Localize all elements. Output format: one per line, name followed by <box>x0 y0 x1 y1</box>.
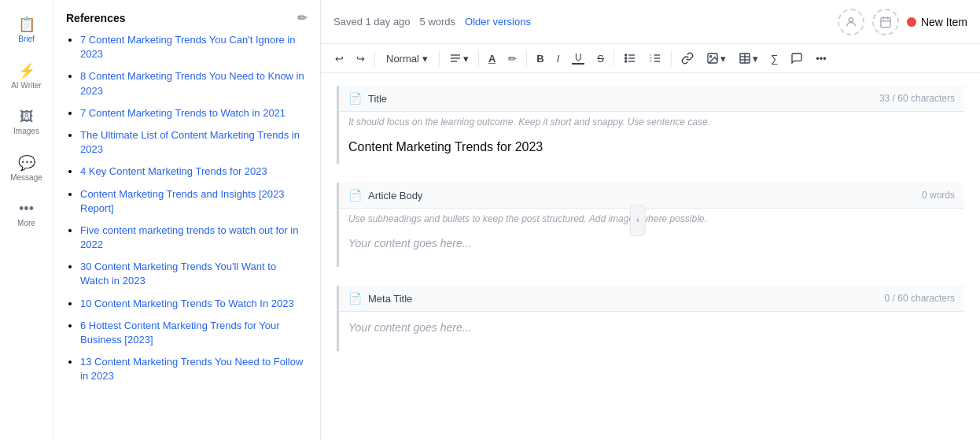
toolbar-divider-1 <box>374 50 375 66</box>
title-section: 📄 Title 33 / 60 characters It should foc… <box>337 86 964 164</box>
meta-title-section-name: Meta Title <box>368 293 412 305</box>
sidebar-item-images[interactable]: 🖼 Images <box>4 102 50 142</box>
list-item: 4 Key Content Marketing Trends for 2023 <box>80 165 308 179</box>
reference-link[interactable]: Content Marketing Trends and Insights [2… <box>80 188 284 214</box>
toolbar-divider-2 <box>439 50 440 66</box>
sidebar-item-images-label: Images <box>13 127 39 135</box>
article-body-section-header: 📄 Article Body 0 words <box>339 183 964 209</box>
top-bar-left: Saved 1 day ago 5 words Older versions <box>333 16 531 28</box>
references-list: 7 Content Marketing Trends You Can't Ign… <box>53 33 320 440</box>
list-item: 30 Content Marketing Trends You'll Want … <box>80 260 308 288</box>
list-item: Content Marketing Trends and Insights [2… <box>80 187 308 216</box>
comment-button[interactable] <box>786 49 808 68</box>
article-body-icon: 📄 <box>348 189 362 202</box>
reference-link[interactable]: 13 Content Marketing Trends You Need to … <box>80 356 303 382</box>
calendar-icon <box>872 9 899 35</box>
image-button[interactable]: ▾ <box>702 49 731 68</box>
toolbar-divider-5 <box>613 50 614 66</box>
more-icon: ••• <box>19 201 34 217</box>
list-item: 10 Content Marketing Trends To Watch In … <box>80 297 308 311</box>
list-item: 8 Content Marketing Trends You Need to K… <box>80 69 308 98</box>
sidebar-item-more[interactable]: ••• More <box>4 194 50 234</box>
toolbar-divider-4 <box>526 50 527 66</box>
title-section-header: 📄 Title 33 / 60 characters <box>339 86 964 112</box>
list-item: 13 Content Marketing Trends You Need to … <box>80 355 308 383</box>
svg-point-12 <box>625 57 627 59</box>
reference-link[interactable]: 7 Content Marketing Trends You Can't Ign… <box>80 34 296 60</box>
bold-button[interactable]: B <box>532 50 548 68</box>
references-panel: References ✏ 7 Content Marketing Trends … <box>53 0 321 440</box>
brief-icon: 📋 <box>18 16 35 33</box>
table-button[interactable]: ▾ <box>734 49 763 68</box>
svg-text:3: 3 <box>650 59 652 63</box>
new-item-label: New Item <box>921 16 967 28</box>
underline-icon: U <box>572 52 584 65</box>
reference-link[interactable]: 10 Content Marketing Trends To Watch In … <box>80 298 294 309</box>
message-icon: 💬 <box>18 154 35 172</box>
bullet-list-button[interactable] <box>619 49 641 68</box>
reference-link[interactable]: 8 Content Marketing Trends You Need to K… <box>80 70 304 96</box>
reference-link[interactable]: 4 Key Content Marketing Trends for 2023 <box>80 165 267 177</box>
title-section-name: Title <box>368 93 387 105</box>
sidebar-item-ai-writer[interactable]: ⚡ AI Writer <box>4 56 50 96</box>
images-icon: 🖼 <box>20 109 34 125</box>
chevron-down-icon: ▾ <box>753 53 758 65</box>
meta-title-section-header: 📄 Meta Title 0 / 60 characters <box>339 286 964 312</box>
article-body-word-count: 0 words <box>922 190 955 201</box>
article-body-content[interactable]: Your content goes here... <box>339 227 964 267</box>
sidebar-item-message-label: Message <box>10 173 42 182</box>
references-title: References <box>66 12 126 24</box>
article-body-section-header-left: 📄 Article Body <box>348 189 422 202</box>
sidebar-item-message[interactable]: 💬 Message <box>4 148 50 188</box>
highlight-button[interactable]: ✏ <box>503 50 521 68</box>
italic-button[interactable]: I <box>552 50 565 68</box>
edit-icon[interactable]: ✏ <box>297 11 308 25</box>
article-body-section: 📄 Article Body 0 words Use subheadings a… <box>337 183 964 267</box>
font-color-icon: A <box>488 53 496 65</box>
meta-title-section: 📄 Meta Title 0 / 60 characters Your cont… <box>337 286 964 351</box>
link-button[interactable] <box>676 49 698 68</box>
sidebar-item-brief-label: Brief <box>18 35 35 43</box>
reference-link[interactable]: 6 Hottest Content Marketing Trends for Y… <box>80 320 280 346</box>
reference-link[interactable]: 7 Content Marketing Trends to Watch in 2… <box>80 107 286 119</box>
style-dropdown[interactable]: Normal ▾ <box>380 50 434 67</box>
older-versions-link[interactable]: Older versions <box>465 16 531 28</box>
numbered-list-button[interactable]: 1 2 3 <box>644 49 666 68</box>
meta-title-icon: 📄 <box>348 292 362 305</box>
avatar <box>838 9 864 35</box>
list-item: 6 Hottest Content Marketing Trends for Y… <box>80 319 308 347</box>
ai-writer-icon: ⚡ <box>18 62 35 79</box>
formula-button[interactable]: ∑ <box>766 50 783 68</box>
reference-link[interactable]: Five content marketing trends to watch o… <box>80 224 298 250</box>
title-content[interactable]: Content Marketing Trends for 2023 <box>339 131 964 164</box>
collapse-panel-button[interactable]: ‹ <box>630 205 646 236</box>
new-item-indicator <box>907 17 916 27</box>
underline-button[interactable]: U <box>567 49 589 68</box>
redo-button[interactable]: ↪ <box>352 50 370 68</box>
sidebar: 📋 Brief ⚡ AI Writer 🖼 Images 💬 Message •… <box>0 0 53 440</box>
meta-title-content[interactable]: Your content goes here... <box>339 312 964 351</box>
title-section-icon: 📄 <box>348 92 362 105</box>
sidebar-item-brief[interactable]: 📋 Brief <box>4 9 50 50</box>
title-section-hint: It should focus on the learning outcome.… <box>339 112 964 131</box>
reference-link[interactable]: 30 Content Marketing Trends You'll Want … <box>80 261 276 287</box>
editor-area: Saved 1 day ago 5 words Older versions N… <box>321 0 980 440</box>
svg-point-11 <box>625 54 627 56</box>
list-item: The Ultimate List of Content Marketing T… <box>80 128 308 157</box>
svg-rect-1 <box>881 17 890 27</box>
editor-content: 📄 Title 33 / 60 characters It should foc… <box>321 73 980 440</box>
font-color-button[interactable]: A <box>484 50 500 68</box>
new-item-button[interactable]: New Item <box>907 16 967 28</box>
undo-button[interactable]: ↩ <box>330 50 348 68</box>
reference-link[interactable]: The Ultimate List of Content Marketing T… <box>80 129 300 155</box>
strikethrough-button[interactable]: S <box>592 50 609 68</box>
bold-icon: B <box>536 53 543 65</box>
word-count: 5 words <box>420 16 456 28</box>
align-button[interactable]: ▾ <box>444 49 473 68</box>
toolbar: ↩ ↪ Normal ▾ ▾ A ✏ B I U <box>321 44 980 73</box>
title-character-count: 33 / 60 characters <box>879 93 955 104</box>
chevron-down-icon: ▾ <box>422 53 428 65</box>
toolbar-divider-3 <box>478 50 479 66</box>
article-body-section-name: Article Body <box>368 190 422 202</box>
more-options-button[interactable]: ••• <box>811 50 831 68</box>
